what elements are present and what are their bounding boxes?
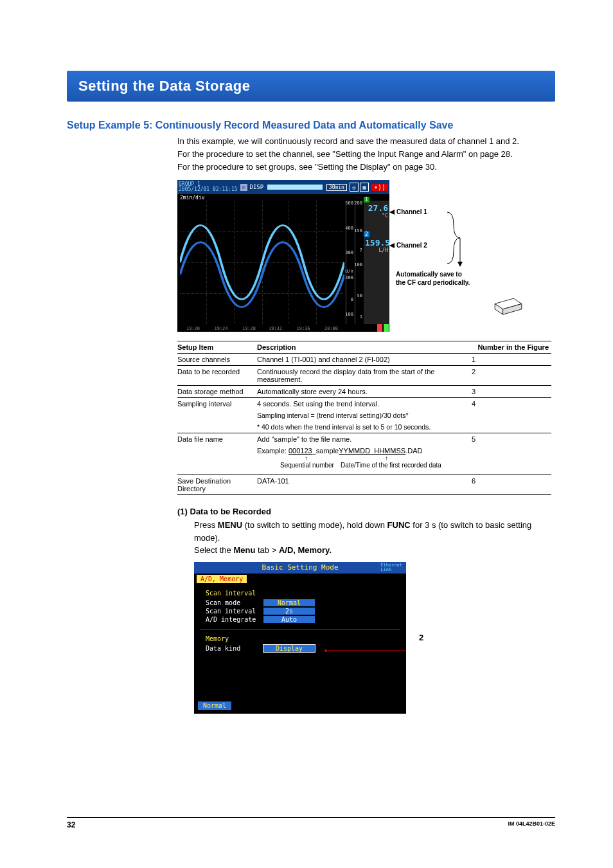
bsm-figure: Basic Setting Mode EthernetLink A/D, Mem…	[194, 562, 555, 714]
reading-strip: 1 27.6 °C 2 159.5 L/H	[364, 201, 389, 324]
cf-card-icon	[492, 296, 524, 318]
dt-label: Date/Time of the first recorded data	[341, 462, 441, 469]
bsm-row[interactable]: A/D integrateAuto	[206, 616, 395, 623]
group-label: Memory	[206, 635, 395, 642]
trend-plot: 19:20 19:24 19:28 19:32 19:36 20:00	[180, 201, 344, 324]
table-row: Sampling interval = (trend interval sett…	[177, 410, 551, 421]
callout-channel-2: Channel 2	[396, 242, 427, 249]
table-row: Source channels Channel 1 (TI-001) and c…	[177, 354, 551, 366]
group-label: Scan interval	[206, 590, 395, 597]
page-footer: 32 IM 04L42B01-02E	[67, 817, 555, 829]
table-row: Example: 000123_sampleYYMMDD_HHMMSS.DAD …	[177, 445, 551, 471]
instruction-text: Press MENU (to switch to setting mode), …	[194, 519, 555, 557]
interval-label: 30min	[326, 184, 347, 191]
trend-header: GROUP 12005/12/01 02:11:15 ⎚ DISP 30min …	[177, 180, 389, 194]
example-line: Example: 000123_sampleYYMMDD_HHMMSS.DAD	[257, 447, 422, 455]
title-bar: Setting the Data Storage	[67, 71, 555, 102]
overview-bar	[177, 324, 389, 332]
title-text: Setting the Data Storage	[78, 78, 250, 95]
doc-id: IM 04L42B01-02E	[508, 820, 555, 827]
section-heading: Setup Example 5: Continuously Record Mea…	[67, 120, 555, 131]
intro-line: For the procedure to set the channel, se…	[177, 149, 513, 159]
callouts: Channel 1 Channel 2 Automatically save t…	[396, 180, 556, 332]
disp-label: DISP	[250, 184, 264, 190]
th-desc: Description	[257, 341, 465, 354]
table-row: Data to be recorded Continuously record …	[177, 366, 551, 386]
bsm-row-selected[interactable]: Data kindDisplay	[206, 645, 395, 652]
th-item: Setup Item	[177, 341, 257, 354]
table-row: Data storage method Automatically store …	[177, 386, 551, 398]
ethernet-label: EthernetLink	[380, 563, 402, 572]
progress-bar	[267, 185, 323, 190]
seq-label: Sequential number	[280, 462, 334, 469]
intro-line: For the procedure to set groups, see "Se…	[177, 162, 437, 172]
table-row: Sampling interval 4 seconds. Set using t…	[177, 398, 551, 410]
table-row: Save Destination Directory DATA-101 6	[177, 475, 551, 495]
bsm-tab[interactable]: A/D, Memory	[197, 575, 247, 583]
scale-col-1: 500 400 300 U/n 200 0 100	[346, 201, 355, 324]
reading-2: 2 159.5 L/H	[365, 238, 388, 258]
device-icon: ◎	[350, 183, 359, 192]
bsm-screenshot: Basic Setting Mode EthernetLink A/D, Mem…	[194, 562, 406, 714]
scale-col-2: 200 150 2 100 50 1	[355, 201, 364, 324]
scale-bars: 500 400 300 U/n 200 0 100 200 150 2 100 …	[346, 201, 364, 324]
cf-icon: ▦	[360, 183, 369, 192]
svg-marker-2	[458, 262, 463, 267]
reading-1: 1 27.6 °C	[365, 203, 388, 224]
intro-text: In this example, we will continuously re…	[177, 135, 555, 174]
bsm-row[interactable]: Scan modeNormal	[206, 599, 395, 606]
table-header-row: Setup Item Description Number in the Fig…	[177, 341, 551, 354]
bsm-footer-button[interactable]: Normal	[198, 701, 231, 710]
mode-icon: ⎚	[240, 184, 247, 191]
bsm-row[interactable]: Scan interval2s	[206, 608, 395, 615]
trend-figure: GROUP 12005/12/01 02:11:15 ⎚ DISP 30min …	[177, 180, 555, 332]
bsm-callout-number: 2	[419, 633, 423, 642]
th-num: Number in the Figure	[465, 341, 551, 354]
table-row: * 40 dots when the trend interval is set…	[177, 421, 551, 433]
trend-screenshot: GROUP 12005/12/01 02:11:15 ⎚ DISP 30min …	[177, 180, 389, 332]
bsm-header: Basic Setting Mode EthernetLink	[194, 562, 406, 574]
header-icons: ◎ ▦	[350, 183, 369, 192]
intro-line: In this example, we will continuously re…	[177, 136, 519, 146]
callout-cf: Automatically save tothe CF card periodi…	[396, 270, 499, 287]
setup-table: Setup Item Description Number in the Fig…	[177, 341, 551, 495]
trend-header-group: GROUP 12005/12/01 02:11:15	[179, 182, 238, 192]
arrow-icon	[389, 210, 395, 215]
subsection-heading: (1) Data to be Recorded	[177, 507, 555, 516]
alarm-icon: •))	[371, 184, 388, 191]
table-row: Data file name Add "sample" to the file …	[177, 433, 551, 446]
arrow-icon	[389, 243, 395, 248]
callout-channel-1: Channel 1	[396, 208, 427, 215]
page-number: 32	[67, 820, 75, 829]
